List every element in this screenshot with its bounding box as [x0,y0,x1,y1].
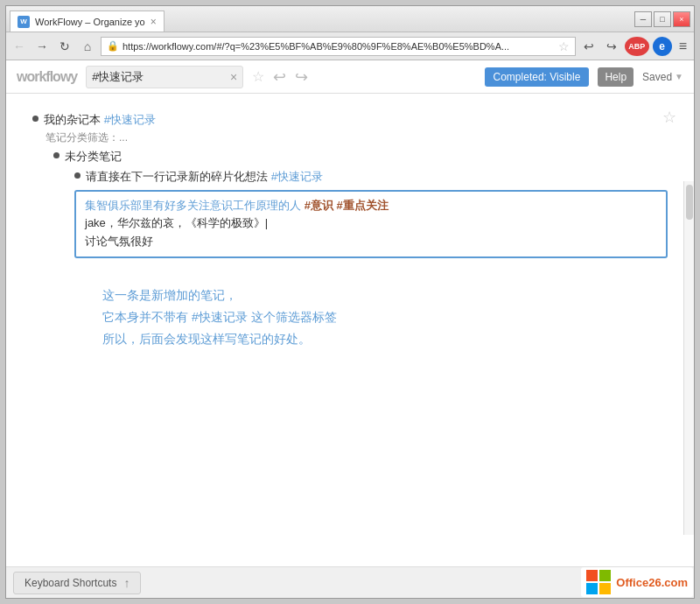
highlight-line2: jake，华尔兹的哀，《科学的极致》| [85,214,657,233]
item-content: 未分类笔记 [65,148,668,166]
item-content: 请直接在下一行记录新的碎片化想法 #快速记录 [86,168,668,186]
back-button[interactable]: ← [10,37,29,56]
bullet-icon [32,116,38,122]
highlight-line1: 集智俱乐部里有好多关注意识工作原理的人 #意识 #重点关注 [85,197,657,215]
tab-favicon: W [18,16,30,28]
completed-visible-button[interactable]: Completed: Visible [485,67,590,87]
search-box[interactable]: #快速记录 × [86,66,243,88]
close-button[interactable]: × [673,11,690,27]
adblock-button[interactable]: ABP [625,37,649,56]
keyboard-shortcuts-button[interactable]: Keyboard Shortcuts ↑ [13,572,141,594]
title-bar: W WorkFlowy – Organize yo × ─ □ × [6,6,694,32]
keyboard-shortcuts-arrow-icon: ↑ [123,576,130,590]
highlighted-item: 集智俱乐部里有好多关注意识工作原理的人 #意识 #重点关注 jake，华尔兹的哀… [74,190,668,258]
main-content: ☆ 我的杂记本 #快速记录 笔记分类筛选：... 未分类笔记 [6,94,694,566]
lock-icon: 🔒 [107,40,119,52]
hash-tag-link[interactable]: #快速记录 [104,113,156,126]
highlight-box: 集智俱乐部里有好多关注意识工作原理的人 #意识 #重点关注 jake，华尔兹的哀… [74,190,668,258]
favorite-star-icon[interactable]: ☆ [662,108,676,127]
ie-icon: e [653,37,672,56]
watermark: Office26.com [581,567,693,597]
minimize-button[interactable]: ─ [634,11,652,27]
forward-button[interactable]: → [32,37,52,56]
undo-nav-button[interactable]: ↩ [579,37,598,56]
workflowy-toolbar: workflowy #快速记录 × ☆ ↩ ↪ Completed: Visib… [6,60,694,94]
highlight-line3: 讨论气氛很好 [85,233,657,251]
keyboard-shortcuts-label: Keyboard Shortcuts [24,577,116,589]
annotation-line3: 所以，后面会发现这样写笔记的好处。 [102,328,668,350]
sub-text: 笔记分类筛选：... [46,130,668,146]
office-logo-icon [586,570,611,594]
tab-close-button[interactable]: × [150,16,157,28]
tab-bar: W WorkFlowy – Organize yo × [10,6,164,32]
annotation-line2: 它本身并不带有 #快速记录 这个筛选器标签 [102,306,668,328]
bullet-icon [74,172,80,179]
svg-rect-3 [599,583,611,594]
item-content: 我的杂记本 #快速记录 笔记分类筛选：... [44,111,668,146]
item-text: 未分类笔记 [65,150,122,163]
scrollbar-thumb[interactable] [686,185,693,220]
help-button[interactable]: Help [598,67,634,87]
address-bar: ← → ↻ ⌂ 🔒 https://workflowy.com/#/?q=%23… [6,32,694,60]
scrollbar-track[interactable] [683,181,694,535]
item-text: 我的杂记本 [44,113,104,126]
maximize-button[interactable]: □ [654,11,671,27]
search-star-icon[interactable]: ☆ [252,68,264,85]
saved-button[interactable]: Saved ▼ [642,71,683,83]
list-item: 未分类笔记 [53,148,668,166]
search-input[interactable]: #快速记录 [92,69,227,85]
svg-rect-0 [586,570,598,581]
browser-window: W WorkFlowy – Organize yo × ─ □ × ← → ↻ … [5,5,695,599]
svg-rect-1 [599,570,611,581]
workflowy-logo: workflowy [17,69,77,85]
reload-button[interactable]: ↻ [55,37,74,56]
window-controls: ─ □ × [634,11,690,27]
undo-button[interactable]: ↩ [273,67,286,87]
outline-area: 我的杂记本 #快速记录 笔记分类筛选：... 未分类笔记 请直接在下一行记录新的… [32,111,668,351]
tab-title: WorkFlowy – Organize yo [35,17,145,27]
annotation-area: 这一条是新增加的笔记， 它本身并不带有 #快速记录 这个筛选器标签 所以，后面会… [102,284,668,351]
bullet-icon [53,152,60,158]
hash-tag-link[interactable]: #快速记录 [271,170,323,183]
watermark-text: Office26.com [616,576,688,589]
browser-tab[interactable]: W WorkFlowy – Organize yo × [10,11,164,32]
annotation-line1: 这一条是新增加的笔记， [102,284,668,306]
dropdown-arrow-icon: ▼ [675,72,683,81]
redo-nav-button[interactable]: ↪ [602,37,621,56]
browser-menu-button[interactable]: ≡ [676,39,690,54]
highlight-text: 集智俱乐部里有好多关注意识工作原理的人 [85,199,304,212]
search-clear-button[interactable]: × [230,70,237,84]
list-item: 请直接在下一行记录新的碎片化想法 #快速记录 [74,168,668,186]
highlight-tag1: #意识 [304,199,333,212]
home-button[interactable]: ⌂ [78,37,97,56]
saved-label: Saved [642,71,672,83]
url-text: https://workflowy.com/#/?q=%23%E5%BF%AB%… [122,41,555,52]
redo-button[interactable]: ↪ [295,67,308,87]
item-text: 请直接在下一行记录新的碎片化想法 [86,170,271,183]
bookmark-star-icon[interactable]: ☆ [558,39,570,53]
list-item: 我的杂记本 #快速记录 笔记分类筛选：... [32,111,668,146]
highlight-tag2: #重点关注 [336,199,388,212]
svg-rect-2 [586,583,598,594]
address-input[interactable]: 🔒 https://workflowy.com/#/?q=%23%E5%BF%A… [101,37,576,56]
